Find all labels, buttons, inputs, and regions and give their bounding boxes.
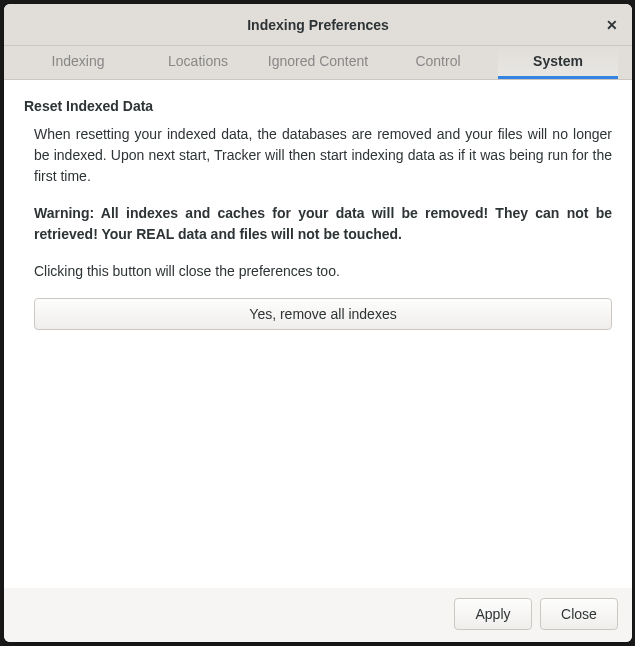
tab-indexing[interactable]: Indexing xyxy=(18,46,138,79)
section-title: Reset Indexed Data xyxy=(24,98,612,114)
remove-all-indexes-button[interactable]: Yes, remove all indexes xyxy=(34,298,612,330)
warning-text: Warning: All indexes and caches for your… xyxy=(34,203,612,245)
tab-ignored-content[interactable]: Ignored Content xyxy=(258,46,378,79)
description-text: When resetting your indexed data, the da… xyxy=(34,124,612,187)
tab-content: Reset Indexed Data When resetting your i… xyxy=(4,80,632,588)
apply-button[interactable]: Apply xyxy=(454,598,532,630)
tab-locations[interactable]: Locations xyxy=(138,46,258,79)
tabs-bar: Indexing Locations Ignored Content Contr… xyxy=(4,46,632,80)
close-button[interactable]: Close xyxy=(540,598,618,630)
dialog-footer: Apply Close xyxy=(4,588,632,642)
window-title: Indexing Preferences xyxy=(247,17,389,33)
note-text: Clicking this button will close the pref… xyxy=(34,261,612,282)
preferences-window: Indexing Preferences ✕ Indexing Location… xyxy=(4,4,632,642)
tab-control[interactable]: Control xyxy=(378,46,498,79)
close-icon[interactable]: ✕ xyxy=(602,15,622,35)
tab-system[interactable]: System xyxy=(498,46,618,79)
section-body: When resetting your indexed data, the da… xyxy=(24,124,612,330)
titlebar: Indexing Preferences ✕ xyxy=(4,4,632,46)
